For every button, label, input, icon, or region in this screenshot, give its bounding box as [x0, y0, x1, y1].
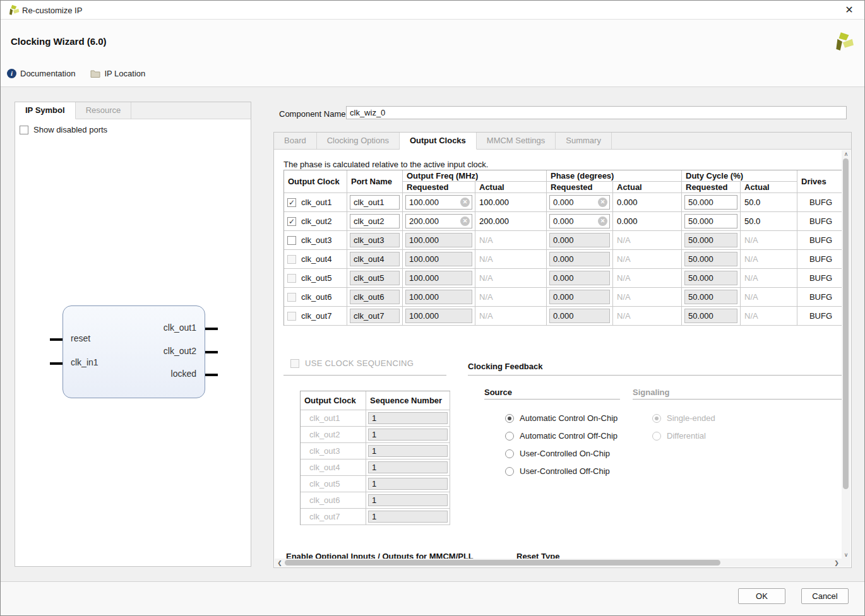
ok-button[interactable]: OK [738, 588, 785, 604]
component-name-input[interactable] [346, 106, 847, 119]
radio-icon[interactable] [505, 414, 514, 423]
freq-requested-input: 100.000 [405, 290, 472, 304]
horizontal-scroll-thumb[interactable] [285, 560, 720, 566]
tab-resource[interactable]: Resource [76, 102, 132, 119]
port-name-cell: clk_out1 [347, 193, 403, 212]
sequence-number-cell: 1 [366, 492, 450, 509]
freq-requested-cell: 100.000 [403, 269, 475, 288]
tab-mmcm-settings[interactable]: MMCM Settings [477, 133, 556, 149]
divider [484, 399, 620, 400]
config-tabstrip: BoardClocking OptionsOutput ClocksMMCM S… [274, 133, 851, 150]
scroll-up-icon[interactable]: ∧ [842, 151, 850, 157]
scroll-left-icon[interactable]: ❮ [275, 560, 284, 566]
vertical-scrollbar[interactable]: ∧ ∨ [842, 150, 850, 559]
xilinx-logo-icon [8, 4, 20, 16]
sequence-number-input: 1 [368, 461, 448, 473]
phase-requested-input: 0.000 [549, 290, 610, 304]
documentation-link[interactable]: i Documentation [7, 69, 75, 78]
sequence-clock-label: clk_out6 [301, 492, 366, 509]
scroll-right-icon[interactable]: ❯ [832, 560, 841, 566]
output-clock-checkbox[interactable] [287, 236, 296, 245]
phase-requested-cell: 0.000 [547, 231, 613, 250]
sequence-number-cell: 1 [366, 509, 450, 525]
vertical-scroll-thumb[interactable] [843, 158, 849, 489]
clear-icon[interactable]: ✕ [460, 198, 470, 207]
tab-summary[interactable]: Summary [556, 133, 612, 149]
output-clock-checkbox [287, 255, 296, 264]
output-clock-checkbox[interactable]: ✓ [287, 217, 296, 226]
port-name-input[interactable]: clk_out1 [350, 195, 400, 210]
radio-differential: Differential [652, 431, 706, 441]
col-subheader-requested: Requested [682, 182, 741, 193]
radio-icon[interactable] [505, 467, 514, 476]
duty-requested-input[interactable]: 50.000 [684, 195, 737, 210]
phase-requested-cell: 0.000 [547, 307, 613, 326]
tab-output-clocks[interactable]: Output Clocks [400, 133, 477, 150]
freq-actual-value: N/A [475, 231, 547, 250]
xilinx-logo-icon [833, 30, 854, 52]
clear-icon[interactable]: ✕ [460, 216, 470, 226]
drives-value: BUFG [797, 250, 842, 269]
freq-requested-input[interactable]: 200.000✕ [405, 214, 472, 228]
col-header-phase: Phase (degrees) [547, 170, 682, 182]
duty-actual-value: N/A [741, 250, 797, 269]
sequence-number-cell: 1 [366, 476, 450, 492]
radio-automatic-control-on-chip[interactable]: Automatic Control On-Chip [505, 413, 617, 423]
title-bar: Re-customize IP ✕ [1, 1, 864, 20]
duty-requested-input[interactable]: 50.000 [684, 214, 737, 228]
phase-requested-input[interactable]: 0.000✕ [549, 214, 610, 228]
sequence-clock-label: clk_out1 [301, 410, 366, 427]
clear-icon[interactable]: ✕ [598, 198, 607, 207]
close-icon[interactable]: ✕ [842, 3, 856, 17]
radio-automatic-control-off-chip[interactable]: Automatic Control Off-Chip [505, 431, 617, 441]
freq-requested-cell: 100.000 [403, 250, 475, 269]
freq-requested-input[interactable]: 100.000✕ [405, 195, 472, 210]
radio-icon[interactable] [505, 432, 514, 441]
freq-requested-cell: 100.000 [403, 307, 475, 326]
port-name-input[interactable]: clk_out2 [350, 214, 400, 228]
page-title: Clocking Wizard (6.0) [11, 36, 107, 47]
show-disabled-ports-checkbox[interactable] [20, 126, 28, 134]
freq-actual-value: 200.000 [475, 212, 547, 231]
scroll-down-icon[interactable]: ∨ [842, 552, 850, 558]
radio-icon[interactable] [505, 449, 514, 458]
output-clock-checkbox[interactable]: ✓ [287, 198, 296, 207]
clock-enable-cell: clk_out6 [284, 288, 347, 307]
drives-value: BUFG [797, 231, 842, 250]
phase-requested-input: 0.000 [549, 309, 610, 323]
output-clocks-content: The phase is calculated relative to the … [274, 150, 842, 559]
phase-actual-value: 0.000 [613, 193, 682, 212]
seq-header-output-clock: Output Clock [301, 391, 366, 410]
tab-board[interactable]: Board [274, 133, 317, 149]
radio-icon [652, 432, 661, 441]
freq-requested-cell: 100.000 [403, 231, 475, 250]
scrollbar-corner [842, 559, 850, 567]
folder-icon [90, 69, 100, 78]
output-port-label: clk_out2 [121, 346, 196, 356]
phase-actual-value: N/A [613, 250, 682, 269]
freq-requested-cell: 100.000 [403, 288, 475, 307]
tab-clocking-options[interactable]: Clocking Options [317, 133, 400, 149]
left-tabstrip: IP SymbolResource [15, 102, 251, 119]
recustomize-ip-dialog: Re-customize IP ✕ Clocking Wizard (6.0) … [0, 0, 865, 616]
cancel-button[interactable]: Cancel [801, 588, 849, 604]
freq-actual-value: N/A [475, 269, 547, 288]
port-name-input: clk_out4 [350, 252, 400, 266]
radio-user-controlled-on-chip[interactable]: User-Controlled On-Chip [505, 449, 610, 458]
phase-requested-input[interactable]: 0.000✕ [549, 195, 610, 210]
tab-ip-symbol[interactable]: IP Symbol [15, 102, 76, 119]
radio-label: User-Controlled Off-Chip [520, 466, 610, 476]
output-clock-checkbox [287, 293, 296, 302]
phase-requested-cell: 0.000 [547, 288, 613, 307]
radio-user-controlled-off-chip[interactable]: User-Controlled Off-Chip [505, 466, 610, 476]
clear-icon[interactable]: ✕ [598, 216, 607, 226]
duty-actual-value: N/A [741, 231, 797, 250]
divider [468, 375, 842, 376]
duty-requested-cell: 50.000 [682, 269, 741, 288]
ip-location-link[interactable]: IP Location [90, 69, 145, 78]
output-clocks-table: Output ClockPort NameOutput Freq (MHz)Ph… [283, 170, 842, 326]
sequence-number-input: 1 [368, 429, 448, 441]
horizontal-scrollbar[interactable]: ❮ ❯ [275, 559, 842, 567]
duty-requested-cell: 50.000 [682, 193, 741, 212]
output-clock-checkbox [287, 312, 296, 321]
